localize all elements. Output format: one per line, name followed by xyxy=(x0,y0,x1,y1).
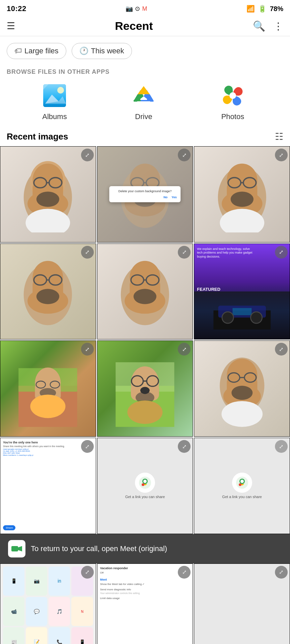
app-header: ☰ Recent 🔍 ⋮ xyxy=(0,16,290,36)
camera-indicator-icon: 📷 xyxy=(126,5,133,12)
image-item-8[interactable]: ⤢ xyxy=(97,340,193,437)
battery-icon: 🔋 xyxy=(258,5,267,13)
svg-point-87 xyxy=(127,400,162,424)
empty-image-15 xyxy=(194,564,290,644)
svg-point-69 xyxy=(250,312,262,323)
photos-label: Photos xyxy=(221,112,244,121)
albums-icon xyxy=(42,83,67,108)
filter-large-files[interactable]: 🏷 Large files xyxy=(7,43,66,59)
image-item-13[interactable]: 📱 📷 in 📹 💬 🎵 N 📰 📝 📞 📱 ⤢ xyxy=(0,564,96,644)
drive-icon-wrap xyxy=(130,82,157,109)
photos-icon-wrap xyxy=(219,82,246,109)
filter-this-week[interactable]: 🕐 This week xyxy=(72,43,132,59)
svg-point-99 xyxy=(143,480,147,483)
expand-icon-6[interactable]: ⤢ xyxy=(275,246,288,259)
meet-banner-icon xyxy=(8,540,25,557)
drive-app[interactable]: Drive xyxy=(99,82,188,121)
expand-icon-10[interactable]: ⤢ xyxy=(81,440,94,453)
albums-app[interactable]: Albums xyxy=(10,82,99,121)
image-item-14[interactable]: Vacation responder Off Meet Show the Mee… xyxy=(97,564,193,644)
page-title: Recent xyxy=(115,19,153,33)
featured-image: We explain and teach technology, solvete… xyxy=(194,244,290,339)
image-item-6[interactable]: We explain and teach technology, solvete… xyxy=(194,244,290,340)
albums-icon-wrap xyxy=(41,82,68,109)
face-image-7 xyxy=(0,341,96,436)
app-grid: Albums xyxy=(0,79,290,128)
share-link-image-2: Get a link you can share xyxy=(194,438,290,534)
recent-images-title: Recent images xyxy=(7,131,68,142)
expand-icon-5[interactable]: ⤢ xyxy=(178,246,191,259)
image-item-4[interactable]: ⤢ xyxy=(0,244,96,340)
battery-percentage: 78% xyxy=(270,5,283,13)
svg-marker-17 xyxy=(144,86,150,94)
filter-bar: 🏷 Large files 🕐 This week xyxy=(0,36,290,62)
expand-icon-3[interactable]: ⤢ xyxy=(275,149,288,161)
svg-point-56 xyxy=(37,289,59,304)
image-item-15[interactable]: ⤢ xyxy=(194,564,290,644)
expand-icon-7[interactable]: ⤢ xyxy=(81,343,94,356)
svg-point-100 xyxy=(142,483,144,486)
expand-icon-13[interactable]: ⤢ xyxy=(81,566,94,579)
meet-banner[interactable]: To return to your call, open Meet (origi… xyxy=(0,534,290,564)
svg-point-95 xyxy=(231,386,252,400)
expand-icon-4[interactable]: ⤢ xyxy=(81,246,94,259)
svg-marker-18 xyxy=(138,86,144,94)
image-item-7[interactable]: ⤢ xyxy=(0,340,96,437)
svg-point-103 xyxy=(240,480,244,483)
image-item-11[interactable]: Get a link you can share ⤢ xyxy=(97,438,193,534)
image-item-2[interactable]: Delete your custom background image? No … xyxy=(97,146,193,243)
search-button[interactable]: 🔍 xyxy=(253,20,265,32)
share-link-icon xyxy=(135,473,155,493)
more-options-button[interactable]: ⋮ xyxy=(273,20,283,32)
expand-icon-12[interactable]: ⤢ xyxy=(275,440,288,453)
face-image-3 xyxy=(194,147,290,242)
status-right: 📶 🔋 78% xyxy=(246,5,283,13)
image-grid: ⤢ Delete your custom background image? N… xyxy=(0,146,290,534)
this-week-label: This week xyxy=(91,47,124,55)
image-item-12[interactable]: Get a link you can share ⤢ xyxy=(194,438,290,534)
list-view-button[interactable]: ☷ xyxy=(275,131,283,142)
large-files-icon: 🏷 xyxy=(14,47,22,55)
status-time: 10:22 xyxy=(7,4,26,13)
status-icons: 📷 ⊙ M xyxy=(126,5,147,12)
svg-point-4 xyxy=(57,87,64,94)
cast-icon: ⊙ xyxy=(135,5,140,12)
share-link-text: Get a link you can share xyxy=(122,495,168,499)
svg-point-47 xyxy=(230,192,253,207)
image-item-5[interactable]: ⤢ xyxy=(97,244,193,340)
face-image-5 xyxy=(97,244,193,339)
svg-rect-67 xyxy=(232,308,251,315)
gmail-icon: M xyxy=(142,5,147,12)
expand-icon-14[interactable]: ⤢ xyxy=(178,566,191,579)
image-item-3[interactable]: ⤢ xyxy=(194,146,290,243)
svg-point-21 xyxy=(229,92,236,99)
photos-app[interactable]: Photos xyxy=(188,82,277,121)
drive-icon xyxy=(131,83,156,108)
meeting-image: You're the only one here Share this meet… xyxy=(0,438,96,534)
image-item-9[interactable]: ⤢ xyxy=(194,340,290,437)
albums-label: Albums xyxy=(42,112,67,121)
share-link-icon-2 xyxy=(232,473,252,493)
image-grid-bottom: 📱 📷 in 📹 💬 🎵 N 📰 📝 📞 📱 ⤢ Vacation respon… xyxy=(0,564,290,644)
apps-screenshot: 📱 📷 in 📹 💬 🎵 N 📰 📝 📞 📱 xyxy=(0,564,96,644)
share-link-text-2: Get a link you can share xyxy=(219,495,265,499)
svg-point-104 xyxy=(239,483,241,486)
svg-point-68 xyxy=(222,312,233,323)
svg-point-64 xyxy=(134,289,156,304)
drive-label: Drive xyxy=(135,112,152,121)
face-image-4 xyxy=(0,244,96,339)
photos-icon xyxy=(220,83,245,108)
image-item-10[interactable]: You're the only one here Share this meet… xyxy=(0,438,96,534)
expand-icon-1[interactable]: ⤢ xyxy=(81,149,94,161)
header-actions: 🔍 ⋮ xyxy=(253,20,283,32)
menu-button[interactable]: ☰ xyxy=(7,20,15,32)
face-image-1 xyxy=(0,147,96,242)
expand-icon-15[interactable]: ⤢ xyxy=(275,566,288,579)
browse-section-label: BROWSE FILES IN OTHER APPS xyxy=(0,62,290,79)
delete-dialog: Delete your custom background image? No … xyxy=(109,186,181,202)
status-bar: 10:22 📷 ⊙ M 📶 🔋 78% xyxy=(0,0,290,16)
image-item-1[interactable]: ⤢ xyxy=(0,146,96,243)
face-image-8 xyxy=(97,341,193,436)
share-link-image: Get a link you can share xyxy=(97,438,193,534)
svg-point-96 xyxy=(221,401,263,427)
